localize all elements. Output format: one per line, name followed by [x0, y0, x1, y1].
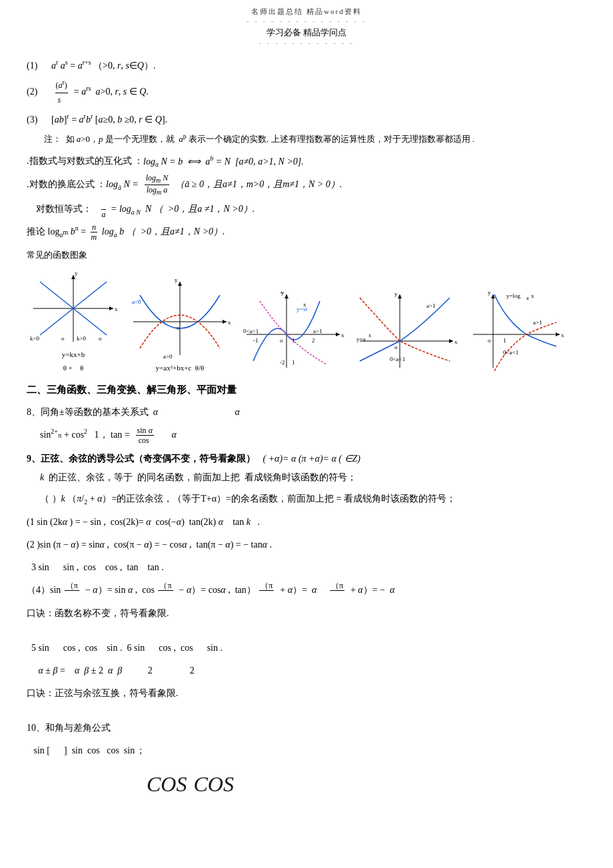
graph-cubic: y x -1 o 1 2 -2 y=xt + x 0<a<1 a>1 1 — [240, 288, 346, 374]
svg-text:0<a<1: 0<a<1 — [243, 328, 259, 334]
cos-label-1: COS — [147, 765, 187, 804]
svg-text:x: x — [368, 332, 371, 338]
svg-marker-24 — [285, 294, 289, 298]
svg-text:2: 2 — [312, 337, 315, 344]
graph-log: y x o 1 y=log a x 0<a<1 a>1 — [466, 288, 566, 374]
svg-marker-23 — [336, 332, 340, 336]
formula-text-3: [ab]r = arbr [a≥0, b ≥0, r ∈ Q]. — [47, 111, 167, 128]
item9-line: 9、正弦、余弦的诱导公式（奇变偶不变，符号看象限） ( +α)= α (π +α… — [27, 450, 586, 468]
exponent-section: (1) ar as = ar+s （>0, r, s∈Q）. (2) (ar) … — [27, 57, 586, 147]
svg-text:k>0: k>0 — [77, 335, 87, 342]
graph-log-svg: y x o 1 y=log a x 0<a<1 a>1 — [466, 288, 566, 374]
item8-line: 8、同角±等函数的基本关系式 α α — [27, 403, 586, 422]
item-num-2: (2) — [27, 83, 47, 100]
svg-text:x: x — [341, 332, 344, 338]
svg-text:a>1: a>1 — [313, 328, 322, 334]
log-corollary: 推论 logam bn = nm loga b （ >0，且a≠1，N >0）. — [27, 222, 586, 242]
header-dashes2: - - - - - - - - - - - - — [27, 39, 586, 47]
svg-marker-41 — [398, 294, 402, 298]
svg-text:o: o — [394, 344, 398, 350]
svg-marker-4 — [109, 306, 113, 310]
graph2-label: y=ax²+bx+c θ/θ — [127, 362, 233, 375]
item8-formula: sin2+π + cos2 1， tan = sin α cos α — [40, 424, 586, 445]
svg-text:x: x — [531, 292, 534, 299]
svg-text:y: y — [394, 290, 398, 297]
graph1-label: y=kx+b — [27, 348, 120, 362]
log-identity: 对数恒等式： a = loga N N （ >0，且a ≠1，N >0）. — [27, 200, 586, 220]
header-top: 名师出题总结 精品word资料 — [27, 7, 586, 17]
item9-container: 9、正弦、余弦的诱导公式（奇变偶不变，符号看象限） ( +α)= α (π +α… — [27, 450, 586, 509]
graph1-angles: θ + θ — [27, 362, 120, 375]
graphs-label: 常见的函数图象 — [27, 247, 586, 262]
log-identity-expr: a = loga N N （ >0，且a ≠1，N >0）. — [92, 200, 255, 220]
svg-text:a: a — [526, 295, 529, 301]
svg-text:y: y — [75, 270, 78, 276]
formula-pi-minus: (2 )sin (π − α) = sinα , cos(π − α) = − … — [27, 536, 586, 554]
svg-text:-1: -1 — [253, 337, 259, 344]
item-num-3: (3) — [27, 111, 47, 128]
graphs-container: k<0 k>0 y x o o y=kx+b θ + θ — [27, 268, 586, 375]
graph-parabola-svg: y x a<0 a>0 o — [127, 275, 233, 362]
mnemonic1: 口诀：函数名称不变，符号看象限. — [27, 604, 586, 623]
formula-5-6: 5 sin cos , cos sin . 6 sin cos , cos si… — [27, 639, 586, 657]
cos-labels: COS COS — [147, 765, 586, 804]
formula-3sin: 3 sin sin , cos cos , tan tan . — [27, 558, 586, 577]
svg-text:a<0: a<0 — [132, 298, 141, 305]
log-identity-label: 对数恒等式： — [27, 201, 92, 217]
svg-text:a>1: a>1 — [426, 302, 436, 309]
item-num-1: (1) — [27, 57, 47, 74]
svg-text:k<0: k<0 — [30, 335, 40, 342]
svg-text:x: x — [454, 338, 458, 345]
note-text: 注： 如 a>0，p 是一个无理数，就 ap 表示一个确定的实数. 上述有理指数… — [27, 131, 586, 147]
graph-linear: k<0 k>0 y x o o y=kx+b θ + θ — [27, 268, 120, 375]
graph-parabola: y x a<0 a>0 o y=ax²+bx+c θ/θ — [127, 275, 233, 375]
graph-cubic-svg: y x -1 o 1 2 -2 y=xt + x 0<a<1 a>1 1 — [240, 288, 346, 374]
svg-text:1: 1 — [503, 337, 506, 344]
svg-text:x: x — [303, 301, 306, 308]
svg-text:y=xt: y=xt — [297, 306, 308, 312]
svg-text:x: x — [115, 306, 118, 312]
svg-text:y=a: y=a — [356, 336, 366, 342]
svg-marker-14 — [223, 320, 227, 324]
svg-text:-2: -2 — [280, 359, 285, 366]
formula-text-1: ar as = ar+s （>0, r, s∈Q）. — [47, 57, 155, 74]
graph-linear-svg: k<0 k>0 y x o o — [27, 268, 120, 348]
svg-text:0<a<1: 0<a<1 — [390, 356, 405, 362]
formula-2: (2) (ar) s = ars a>0, r, s ∈ Q. — [27, 77, 586, 108]
formula-sum-product: α ± β = α β ± 2 α β 2 2 — [27, 661, 586, 680]
formula-2k: (1 sin (2kα ) = − sin , cos(2k)= α cos(−… — [27, 513, 586, 532]
mutual-expr: loga N = b ⟺ ab = N [a≠0, a>1, N >0]. — [143, 153, 304, 171]
mnemonic2: 口诀：正弦与余弦互换，符号看象限. — [27, 684, 586, 703]
svg-text:y=log: y=log — [506, 292, 521, 299]
graphs-section: 常见的函数图象 k<0 k>0 y x — [27, 247, 586, 374]
svg-text:x: x — [561, 332, 564, 338]
graph-exponential: y x o y=a x 0<a<1 a>1 — [353, 288, 460, 374]
svg-text:0<a<1: 0<a<1 — [503, 349, 518, 356]
svg-marker-15 — [178, 282, 182, 286]
svg-text:1: 1 — [292, 337, 295, 344]
item9b-line: （ ）k （π/2 + α）=的正弦余弦，（等于T+α）=的余名函数，前面加上把… — [40, 490, 586, 509]
svg-text:o: o — [61, 335, 65, 342]
svg-text:a>1: a>1 — [533, 319, 542, 326]
svg-marker-51 — [556, 332, 560, 336]
svg-text:y: y — [175, 276, 178, 283]
graph-exp-svg: y x o y=a x 0<a<1 a>1 — [353, 288, 460, 374]
header-dashes1: - - - - - - - - - - - - - - - — [27, 17, 586, 25]
mutual-label: .指数式与对数式的互化式 ： — [27, 153, 143, 169]
formula-3: (3) [ab]r = arbr [a≥0, b ≥0, r ∈ Q]. — [27, 111, 586, 128]
change-base-expr: logā N = logm N logm a （ā ≥ 0，且a≠1，m>0，且… — [106, 173, 342, 197]
item10-title: 10、和角与差角公式 — [27, 719, 586, 737]
log-exp-section: .指数式与对数式的互化式 ： loga N = b ⟺ ab = N [a≠0,… — [27, 153, 586, 242]
svg-marker-40 — [449, 339, 453, 343]
svg-text:+: + — [280, 290, 283, 296]
svg-text:o: o — [488, 337, 491, 344]
formula-1: (1) ar as = ar+s （>0, r, s∈Q）. — [27, 57, 586, 74]
svg-text:y: y — [488, 289, 491, 296]
formula-4: （4）sin （π − α）= sin α , cos （π − α）= cos… — [27, 581, 586, 601]
change-base: .对数的换底公式 ： logā N = logm N logm a （ā ≥ 0… — [27, 173, 586, 197]
item9a-line: k 的正弦、余弦，等于 的同名函数，前面加上把 看成锐角时该函数的符号； — [40, 468, 586, 487]
header-sub: 学习必备 精品学问点 — [27, 27, 586, 39]
formula-text-2: (ar) s = ars a>0, r, s ∈ Q. — [47, 77, 149, 108]
svg-text:o: o — [99, 335, 102, 342]
svg-text:o: o — [177, 324, 180, 331]
